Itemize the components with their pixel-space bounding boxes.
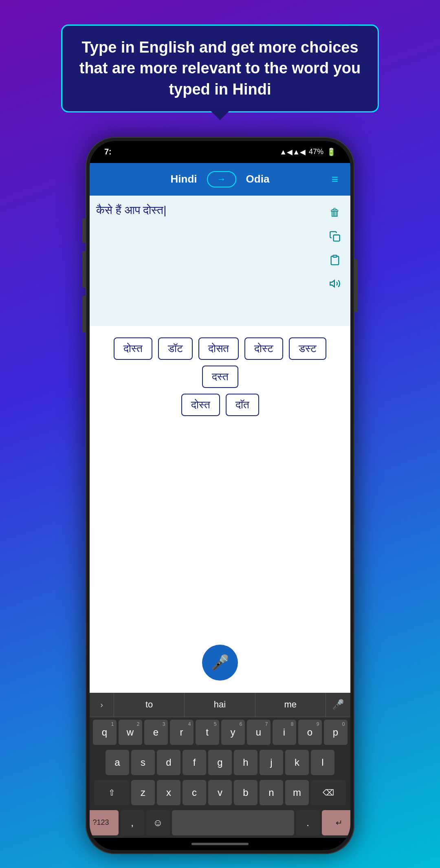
suggestions-row-2: दोस्त दाॅत bbox=[181, 394, 259, 416]
keyboard-row-3: ⇧ z x c v b n m ⌫ bbox=[90, 778, 350, 808]
key-b[interactable]: b bbox=[234, 780, 257, 805]
target-language-label: Odia bbox=[246, 173, 270, 185]
status-icons: ▲◀▲◀ 47% 🔋 bbox=[279, 148, 336, 156]
key-f[interactable]: f bbox=[183, 750, 206, 775]
key-l[interactable]: l bbox=[311, 750, 334, 775]
num-switch-key[interactable]: ?123 bbox=[90, 810, 119, 835]
banner: Type in English and get more choices tha… bbox=[61, 24, 379, 112]
suggestion-chip[interactable]: दस्त bbox=[202, 366, 238, 388]
key-a[interactable]: a bbox=[106, 750, 129, 775]
suggestions-expand-button[interactable]: › bbox=[90, 693, 114, 717]
key-h[interactable]: h bbox=[234, 750, 257, 775]
key-p[interactable]: p0 bbox=[324, 720, 348, 745]
key-t[interactable]: t5 bbox=[196, 720, 219, 745]
side-button-mute bbox=[82, 218, 86, 243]
battery-icon: 🔋 bbox=[327, 148, 336, 156]
comma-key[interactable]: , bbox=[121, 810, 144, 835]
suggestion-chip[interactable]: दोसत bbox=[198, 337, 239, 360]
input-text-display: कैसे हैं आप दोस्त| bbox=[96, 204, 321, 318]
source-language-label: Hindi bbox=[171, 173, 197, 185]
key-m[interactable]: m bbox=[285, 780, 309, 805]
key-d[interactable]: d bbox=[157, 750, 180, 775]
key-x[interactable]: x bbox=[157, 780, 180, 805]
svg-marker-2 bbox=[330, 280, 334, 287]
key-n[interactable]: n bbox=[260, 780, 283, 805]
shift-key[interactable]: ⇧ bbox=[94, 780, 129, 805]
mic-button[interactable]: 🎤 bbox=[202, 645, 238, 681]
key-y[interactable]: y6 bbox=[221, 720, 245, 745]
keyboard-suggestion-me[interactable]: me bbox=[255, 693, 326, 717]
key-g[interactable]: g bbox=[208, 750, 232, 775]
side-button-vol-down bbox=[82, 296, 86, 333]
space-key[interactable] bbox=[172, 810, 294, 835]
suggestion-chip[interactable]: डॉट bbox=[158, 337, 193, 360]
key-r[interactable]: r4 bbox=[170, 720, 194, 745]
phone-screen: 7: ▲◀▲◀ 47% 🔋 Hindi → Odia ≡ कैसे हैं आप… bbox=[90, 141, 350, 850]
speak-button[interactable] bbox=[326, 275, 344, 293]
paste-button[interactable] bbox=[326, 251, 344, 269]
svg-rect-1 bbox=[333, 255, 337, 257]
hamburger-icon: ≡ bbox=[332, 173, 339, 185]
key-e[interactable]: e3 bbox=[144, 720, 168, 745]
home-indicator bbox=[191, 843, 249, 845]
period-key[interactable]: . bbox=[296, 810, 320, 835]
suggestion-chip[interactable]: दाॅत bbox=[226, 394, 259, 416]
key-u[interactable]: u7 bbox=[247, 720, 271, 745]
key-v[interactable]: v bbox=[208, 780, 232, 805]
backspace-key[interactable]: ⌫ bbox=[311, 780, 346, 805]
enter-key[interactable]: ↵ bbox=[322, 810, 351, 835]
notch bbox=[183, 141, 257, 156]
key-s[interactable]: s bbox=[131, 750, 155, 775]
keyboard[interactable]: › to hai me 🎤 q1 w2 e3 r4 t5 y6 u7 i8 o9… bbox=[90, 693, 350, 850]
input-action-buttons: 🗑 bbox=[321, 204, 344, 318]
keyboard-suggestion-to[interactable]: to bbox=[114, 693, 185, 717]
suggestions-area: दोस्त डॉट दोसत दोस्ट डस्ट दस्त दोस्त दाॅ… bbox=[90, 326, 350, 693]
microphone-icon: 🎤 bbox=[211, 654, 229, 671]
delete-button[interactable]: 🗑 bbox=[326, 204, 344, 222]
input-area[interactable]: कैसे हैं आप दोस्त| 🗑 bbox=[90, 196, 350, 326]
key-z[interactable]: z bbox=[131, 780, 155, 805]
key-w[interactable]: w2 bbox=[119, 720, 142, 745]
suggestion-chip[interactable]: दोस्ट bbox=[244, 337, 283, 360]
status-bar: 7: ▲◀▲◀ 47% 🔋 bbox=[90, 141, 350, 163]
key-q[interactable]: q1 bbox=[93, 720, 117, 745]
key-i[interactable]: i8 bbox=[273, 720, 296, 745]
suggestion-chip[interactable]: दोस्त bbox=[181, 394, 220, 416]
arrow-icon: → bbox=[217, 174, 226, 185]
copy-button[interactable] bbox=[326, 227, 344, 245]
emoji-key[interactable]: ☺ bbox=[146, 810, 170, 835]
key-k[interactable]: k bbox=[285, 750, 309, 775]
suggestion-chip[interactable]: डस्ट bbox=[289, 337, 326, 360]
keyboard-row-1: q1 w2 e3 r4 t5 y6 u7 i8 o9 p0 bbox=[90, 717, 350, 747]
status-time: 7: bbox=[104, 147, 112, 156]
key-o[interactable]: o9 bbox=[298, 720, 322, 745]
side-button-power bbox=[354, 259, 358, 312]
battery-indicator: 47% bbox=[309, 148, 323, 156]
keyboard-row-2: a s d f g h j k l bbox=[90, 747, 350, 778]
key-c[interactable]: c bbox=[183, 780, 206, 805]
keyboard-row-4: ?123 , ☺ . ↵ bbox=[90, 808, 350, 838]
swap-language-button[interactable]: → bbox=[207, 171, 236, 187]
keyboard-suggestion-hai[interactable]: hai bbox=[185, 693, 255, 717]
chevron-right-icon: › bbox=[100, 700, 103, 709]
menu-button[interactable]: ≡ bbox=[332, 174, 339, 185]
key-j[interactable]: j bbox=[260, 750, 283, 775]
suggestions-row-1: दोस्त डॉट दोसत दोस्ट डस्ट दस्त bbox=[98, 337, 342, 388]
keyboard-suggestions-bar: › to hai me 🎤 bbox=[90, 693, 350, 717]
home-bar-area bbox=[90, 838, 350, 850]
signal-icon: ▲◀▲◀ bbox=[279, 148, 306, 156]
suggestion-chip[interactable]: दोस्त bbox=[114, 337, 152, 360]
phone-frame: 7: ▲◀▲◀ 47% 🔋 Hindi → Odia ≡ कैसे हैं आप… bbox=[86, 137, 354, 854]
banner-text: Type in English and get more choices tha… bbox=[79, 39, 361, 98]
keyboard-mic-icon[interactable]: 🎤 bbox=[326, 693, 350, 717]
side-button-vol-up bbox=[82, 251, 86, 288]
app-header: Hindi → Odia ≡ bbox=[90, 163, 350, 196]
svg-rect-0 bbox=[334, 235, 340, 241]
